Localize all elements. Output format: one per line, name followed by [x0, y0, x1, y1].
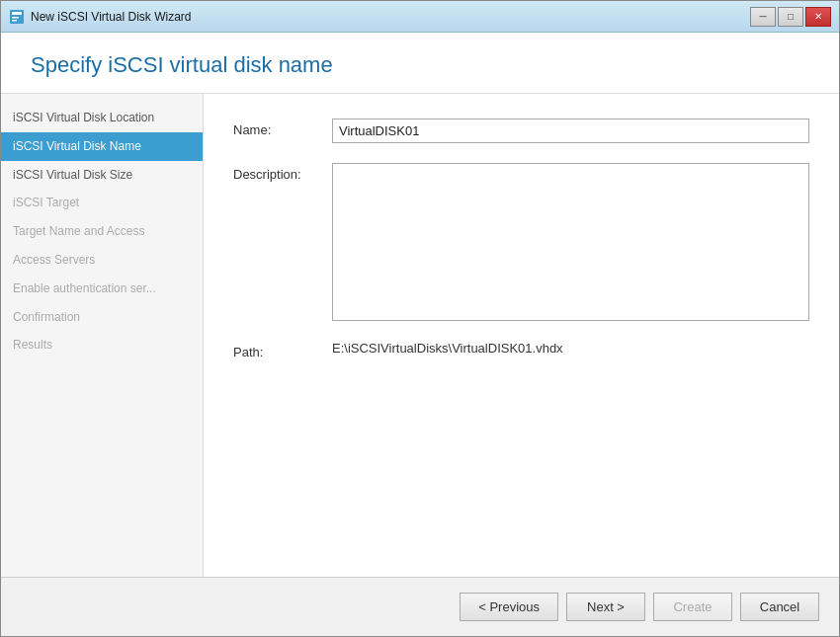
- path-label: Path:: [233, 341, 332, 359]
- form-area: Name: Description: Path: E:\iSCSIVirtual…: [204, 94, 839, 577]
- app-icon: [9, 9, 25, 25]
- path-row: Path: E:\iSCSIVirtualDisks\VirtualDISK01…: [233, 341, 809, 359]
- name-row: Name:: [233, 119, 809, 143]
- sidebar-item-name[interactable]: iSCSI Virtual Disk Name: [1, 132, 203, 161]
- main-body: iSCSI Virtual Disk Location iSCSI Virtua…: [1, 94, 839, 577]
- sidebar-item-results: Results: [1, 331, 203, 359]
- sidebar: iSCSI Virtual Disk Location iSCSI Virtua…: [1, 94, 204, 577]
- page-title: Specify iSCSI virtual disk name: [31, 52, 809, 78]
- svg-rect-1: [12, 12, 22, 15]
- title-text: New iSCSI Virtual Disk Wizard: [31, 10, 191, 24]
- sidebar-item-location[interactable]: iSCSI Virtual Disk Location: [1, 104, 203, 132]
- title-controls: ─ □ ✕: [750, 7, 831, 27]
- main-window: New iSCSI Virtual Disk Wizard ─ □ ✕ Spec…: [0, 0, 840, 637]
- svg-rect-2: [12, 17, 19, 19]
- name-input[interactable]: [332, 119, 809, 143]
- next-button[interactable]: Next >: [566, 593, 645, 621]
- create-button[interactable]: Create: [653, 593, 732, 621]
- description-label: Description:: [233, 163, 332, 182]
- content-area: Specify iSCSI virtual disk name iSCSI Vi…: [1, 33, 839, 577]
- sidebar-item-confirmation: Confirmation: [1, 303, 203, 332]
- description-row: Description:: [233, 163, 809, 321]
- path-value: E:\iSCSIVirtualDisks\VirtualDISK01.vhdx: [332, 341, 563, 356]
- maximize-button[interactable]: □: [778, 7, 803, 27]
- title-bar-left: New iSCSI Virtual Disk Wizard: [9, 9, 191, 25]
- close-button[interactable]: ✕: [805, 7, 831, 27]
- sidebar-item-target: iSCSI Target: [1, 189, 203, 217]
- footer: < Previous Next > Create Cancel: [1, 577, 839, 636]
- name-label: Name:: [233, 119, 332, 137]
- svg-rect-3: [12, 20, 17, 22]
- sidebar-item-size[interactable]: iSCSI Virtual Disk Size: [1, 161, 203, 190]
- description-textarea[interactable]: [332, 163, 809, 321]
- minimize-button[interactable]: ─: [750, 7, 776, 27]
- sidebar-item-target-name: Target Name and Access: [1, 217, 203, 246]
- title-bar: New iSCSI Virtual Disk Wizard ─ □ ✕: [1, 1, 839, 33]
- sidebar-item-auth: Enable authentication ser...: [1, 275, 203, 303]
- cancel-button[interactable]: Cancel: [740, 593, 819, 621]
- previous-button[interactable]: < Previous: [460, 593, 558, 621]
- page-header: Specify iSCSI virtual disk name: [1, 33, 839, 94]
- sidebar-item-access: Access Servers: [1, 246, 203, 275]
